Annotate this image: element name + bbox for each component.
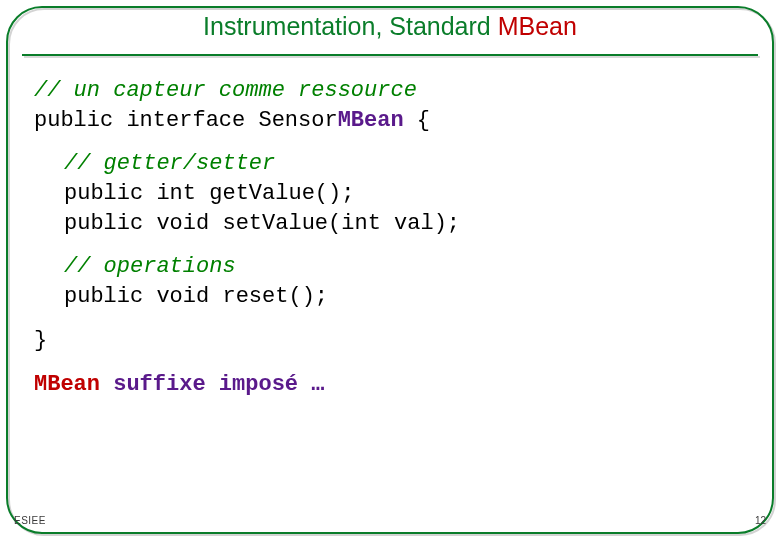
code-line: public interface SensorMBean { bbox=[34, 106, 746, 136]
code-text: { bbox=[404, 108, 430, 133]
page-number: 12 bbox=[755, 515, 766, 526]
code-block: // un capteur comme ressource public int… bbox=[34, 76, 746, 399]
note-suffix: suffixe imposé … bbox=[100, 372, 324, 397]
footer-esiee: ESIEE bbox=[14, 515, 46, 526]
code-comment: // getter/setter bbox=[64, 149, 746, 179]
title-mbean: MBean bbox=[498, 12, 577, 40]
code-line: public void reset(); bbox=[64, 282, 746, 312]
code-line: public int getValue(); bbox=[64, 179, 746, 209]
code-mbean-suffix: MBean bbox=[338, 108, 404, 133]
code-line: public void setValue(int val); bbox=[64, 209, 746, 239]
spacer bbox=[34, 238, 746, 252]
code-closing-brace: } bbox=[34, 326, 746, 356]
title-standard: Standard bbox=[389, 12, 497, 40]
spacer bbox=[34, 135, 746, 149]
title-prefix: Instrumentation, bbox=[203, 12, 389, 40]
note-mbean: MBean bbox=[34, 372, 100, 397]
spacer bbox=[34, 356, 746, 370]
code-text: public interface Sensor bbox=[34, 108, 338, 133]
code-comment: // operations bbox=[64, 252, 746, 282]
slide-title: Instrumentation, Standard MBean bbox=[0, 12, 780, 41]
code-comment: // un capteur comme ressource bbox=[34, 76, 746, 106]
spacer bbox=[34, 312, 746, 326]
title-divider-shadow bbox=[24, 56, 760, 58]
code-note: MBean suffixe imposé … bbox=[34, 370, 746, 400]
